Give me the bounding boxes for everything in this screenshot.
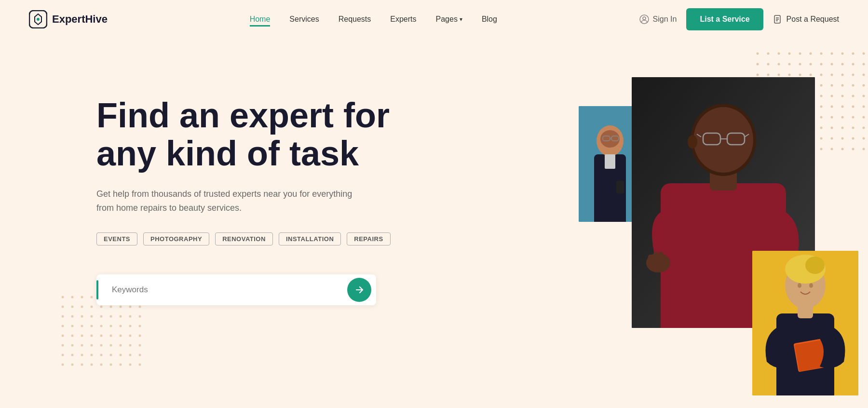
- nav-link-home[interactable]: Home: [250, 15, 271, 27]
- search-bar-accent: [96, 280, 98, 299]
- tag-installation[interactable]: INSTALLATION: [279, 232, 341, 245]
- tag-renovation[interactable]: RENOVATION: [215, 232, 273, 245]
- sign-in-link[interactable]: Sign In: [639, 14, 677, 24]
- nav-link-pages[interactable]: Pages ▾: [436, 15, 462, 24]
- search-input[interactable]: [106, 285, 347, 295]
- nav-item-home[interactable]: Home: [250, 15, 271, 24]
- logo-icon: [29, 10, 47, 28]
- tag-repairs[interactable]: REPAIRS: [347, 232, 390, 245]
- nav-link-experts[interactable]: Experts: [390, 15, 416, 23]
- nav-item-pages[interactable]: Pages ▾: [436, 15, 462, 24]
- post-request-label: Post a Request: [787, 15, 839, 24]
- hero-title: Find an expert for any kind of task: [96, 96, 424, 173]
- navbar: ExpertHive Home Services Requests Expert…: [0, 0, 868, 39]
- hero-section: /* dots */ Find an expert for any kind o…: [0, 39, 868, 408]
- nav-link-services[interactable]: Services: [289, 15, 319, 23]
- logo[interactable]: ExpertHive: [29, 10, 108, 28]
- nav-links: Home Services Requests Experts Pages ▾ B…: [250, 15, 497, 24]
- svg-point-4: [643, 17, 646, 20]
- hero-tags: EVENTS PHOTOGRAPHY RENOVATION INSTALLATI…: [96, 232, 868, 245]
- search-button[interactable]: [347, 278, 371, 302]
- post-request-link[interactable]: Post a Request: [773, 14, 839, 24]
- nav-item-experts[interactable]: Experts: [390, 15, 416, 24]
- hero-content: Find an expert for any kind of task Get …: [0, 39, 868, 408]
- svg-point-2: [37, 18, 40, 21]
- nav-link-requests[interactable]: Requests: [339, 15, 371, 23]
- nav-right: Sign In List a Service Post a Request: [639, 8, 839, 30]
- hero-subtitle: Get help from thousands of trusted exper…: [96, 187, 357, 215]
- nav-item-blog[interactable]: Blog: [482, 15, 497, 24]
- list-service-button[interactable]: List a Service: [686, 8, 763, 30]
- tag-photography[interactable]: PHOTOGRAPHY: [143, 232, 209, 245]
- chevron-down-icon: ▾: [460, 16, 462, 23]
- search-bar: [96, 274, 376, 305]
- nav-item-services[interactable]: Services: [289, 15, 319, 24]
- nav-item-requests[interactable]: Requests: [339, 15, 371, 24]
- sign-in-label: Sign In: [653, 15, 677, 24]
- sign-in-icon: [639, 14, 649, 24]
- arrow-right-icon: [354, 285, 365, 295]
- document-icon: [773, 14, 783, 24]
- tag-events[interactable]: EVENTS: [96, 232, 137, 245]
- logo-text: ExpertHive: [52, 13, 108, 26]
- nav-link-blog[interactable]: Blog: [482, 15, 497, 23]
